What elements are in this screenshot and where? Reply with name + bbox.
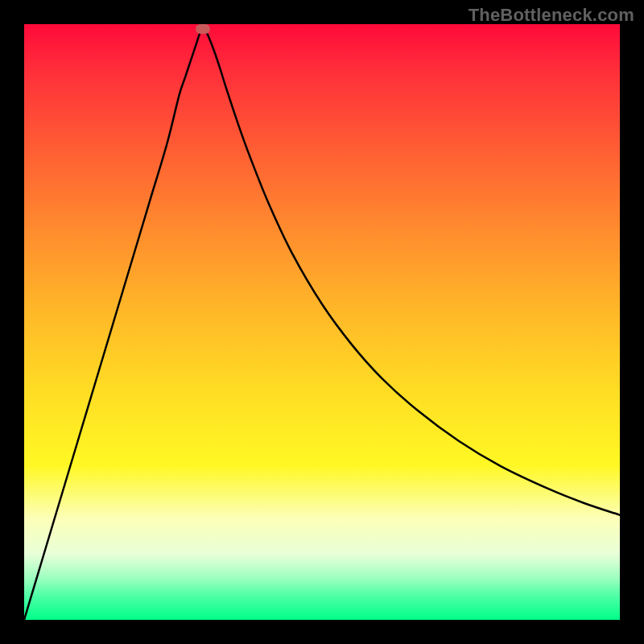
- chart-plot-area: [24, 24, 620, 620]
- bottleneck-curve: [24, 24, 620, 620]
- watermark-text: TheBottleneck.com: [469, 5, 634, 26]
- optimum-marker: [196, 24, 210, 34]
